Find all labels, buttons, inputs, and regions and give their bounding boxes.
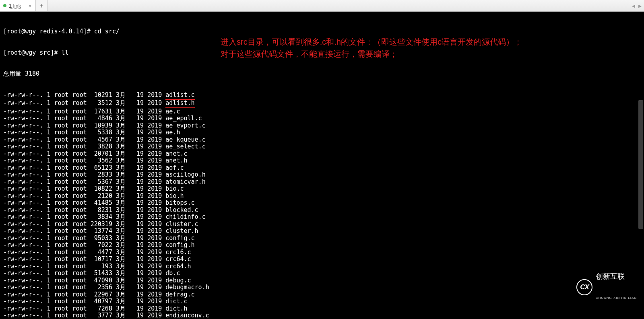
annotation-line: 进入src目录，可以看到很多.c和.h的文件；（即这些文件使用c语言开发的源代码… [221, 36, 522, 48]
total-line: 总用量 3180 [3, 70, 641, 78]
file-name: blocked.c [165, 206, 198, 214]
list-item: -rw-rw-r--. 1 root root 5367 3月 19 2019 … [3, 179, 641, 186]
watermark: CX 创新互联 CHUANG XIN HU LIAN [576, 259, 637, 315]
file-name: crc64.h [165, 263, 191, 270]
new-tab-button[interactable]: ＋ [36, 0, 47, 11]
annotation-line: 对于这些源代码文件，不能直接运行，需要编译； [221, 48, 522, 60]
list-item: -rw-rw-r--. 1 root root 20701 3月 19 2019… [3, 150, 641, 158]
file-name: debug.c [165, 277, 191, 284]
list-item: -rw-rw-r--. 1 root root 41485 3月 19 2019… [3, 200, 641, 207]
file-name: anet.h [165, 157, 187, 164]
file-name: defrag.c [165, 291, 194, 298]
file-name: ae_epoll.c [165, 115, 202, 122]
file-name: ae.h [165, 129, 180, 136]
file-name: bio.c [165, 185, 184, 192]
file-name: bio.h [165, 192, 184, 200]
file-name: endianconv.c [165, 312, 209, 319]
list-item: -rw-rw-r--. 1 root root 2833 3月 19 2019 … [3, 171, 641, 179]
scrollbar-thumb[interactable] [638, 100, 643, 229]
file-name: adlist.c [165, 92, 194, 100]
list-item: -rw-rw-r--. 1 root root 4846 3月 19 2019 … [3, 115, 641, 122]
list-item: -rw-rw-r--. 1 root root 193 3月 19 2019 c… [3, 263, 641, 270]
scrollbar[interactable] [638, 12, 643, 319]
tab-bar: 1 link × ＋ ◂ ▸ [0, 0, 644, 12]
list-item: -rw-rw-r--. 1 root root 65123 3月 19 2019… [3, 165, 641, 172]
file-name: dict.c [165, 298, 187, 305]
list-item: -rw-rw-r--. 1 root root 40797 3月 19 2019… [3, 298, 641, 305]
annotation-text: 进入src目录，可以看到很多.c和.h的文件；（即这些文件使用c语言开发的源代码… [221, 36, 522, 60]
list-item: -rw-rw-r--. 1 root root 7022 3月 19 2019 … [3, 242, 641, 249]
list-item: -rw-rw-r--. 1 root root 3512 3月 19 2019 … [3, 100, 641, 108]
file-name: adlist.h [165, 100, 194, 108]
file-name: db.c [165, 270, 180, 277]
file-name: config.c [165, 235, 194, 242]
watermark-logo-icon: CX [576, 279, 592, 295]
watermark-main: 创新互联 [596, 273, 637, 280]
file-name: crc16.c [165, 249, 191, 256]
list-item: -rw-rw-r--. 1 root root 22967 3月 19 2019… [3, 291, 641, 298]
file-listing: -rw-rw-r--. 1 root root 10291 3月 19 2019… [3, 92, 641, 319]
file-name: bitops.c [165, 199, 194, 206]
list-item: -rw-rw-r--. 1 root root 51433 3月 19 2019… [3, 270, 641, 277]
tab-label: 1 link [9, 3, 21, 9]
tab-prev-icon[interactable]: ◂ [632, 2, 635, 10]
list-item: -rw-rw-r--. 1 root root 95033 3月 19 2019… [3, 235, 641, 242]
terminal-tab[interactable]: 1 link × [0, 0, 36, 11]
prompt-line: [root@wgy redis-4.0.14]# cd src/ [3, 28, 641, 35]
terminal-pane[interactable]: [root@wgy redis-4.0.14]# cd src/ [root@w… [0, 12, 644, 319]
tab-next-icon[interactable]: ▸ [638, 2, 642, 10]
file-name: cluster.h [165, 227, 198, 235]
list-item: -rw-rw-r--. 1 root root 17631 3月 19 2019… [3, 108, 641, 115]
list-item: -rw-rw-r--. 1 root root 3562 3月 19 2019 … [3, 157, 641, 165]
list-item: -rw-rw-r--. 1 root root 4567 3月 19 2019 … [3, 136, 641, 144]
file-name: childinfo.c [165, 213, 205, 220]
list-item: -rw-rw-r--. 1 root root 10939 3月 19 2019… [3, 122, 641, 130]
list-item: -rw-rw-r--. 1 root root 13774 3月 19 2019… [3, 228, 641, 235]
list-item: -rw-rw-r--. 1 root root 3828 3月 19 2019 … [3, 143, 641, 150]
list-item: -rw-rw-r--. 1 root root 220319 3月 19 201… [3, 221, 641, 228]
file-name: ae_kqueue.c [165, 136, 205, 143]
list-item: -rw-rw-r--. 1 root root 10291 3月 19 2019… [3, 92, 641, 100]
status-dot-icon [3, 4, 6, 7]
file-name: dict.h [165, 305, 187, 312]
file-name: debugmacro.h [165, 284, 209, 291]
tab-nav: ◂ ▸ [630, 0, 644, 11]
file-name: atomicvar.h [165, 178, 205, 185]
list-item: -rw-rw-r--. 1 root root 5338 3月 19 2019 … [3, 129, 641, 136]
list-item: -rw-rw-r--. 1 root root 10822 3月 19 2019… [3, 185, 641, 193]
file-name: asciilogo.h [165, 171, 205, 178]
list-item: -rw-rw-r--. 1 root root 10717 3月 19 2019… [3, 256, 641, 263]
list-item: -rw-rw-r--. 1 root root 3834 3月 19 2019 … [3, 214, 641, 221]
file-name: cluster.c [165, 220, 198, 228]
list-item: -rw-rw-r--. 1 root root 7268 3月 19 2019 … [3, 305, 641, 313]
list-item: -rw-rw-r--. 1 root root 2120 3月 19 2019 … [3, 193, 641, 200]
file-name: anet.c [165, 150, 187, 157]
file-name: ae_evport.c [165, 122, 205, 129]
file-name: ae.c [165, 108, 180, 115]
file-name: crc64.c [165, 255, 191, 263]
file-name: aof.c [165, 164, 184, 171]
file-name: ae_select.c [165, 143, 205, 150]
close-icon[interactable]: × [27, 3, 32, 9]
list-item: -rw-rw-r--. 1 root root 47090 3月 19 2019… [3, 277, 641, 284]
file-name: config.h [165, 241, 194, 249]
list-item: -rw-rw-r--. 1 root root 4477 3月 19 2019 … [3, 249, 641, 256]
list-item: -rw-rw-r--. 1 root root 8231 3月 19 2019 … [3, 207, 641, 214]
watermark-sub: CHUANG XIN HU LIAN [596, 294, 637, 302]
list-item: -rw-rw-r--. 1 root root 3777 3月 19 2019 … [3, 312, 641, 319]
list-item: -rw-rw-r--. 1 root root 2356 3月 19 2019 … [3, 284, 641, 291]
